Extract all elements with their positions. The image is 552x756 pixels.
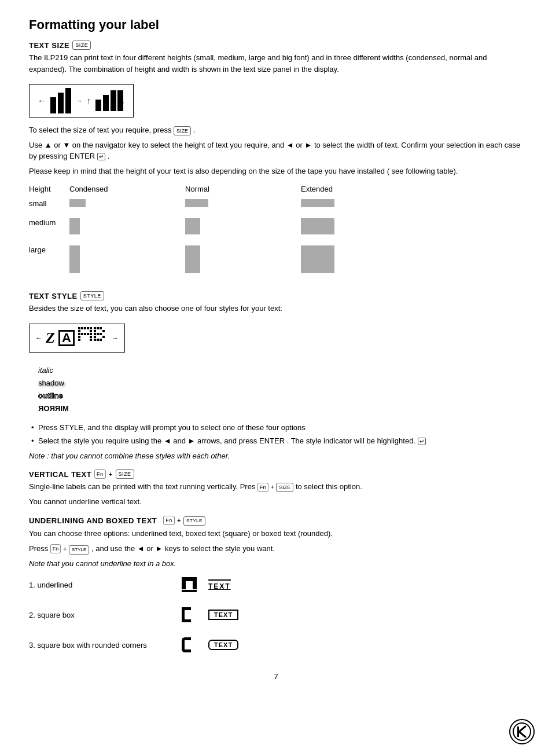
text-rounded-box: TEXT bbox=[208, 640, 238, 650]
svg-rect-35 bbox=[182, 619, 191, 622]
example-row-3: 3. square box with rounded corners TEXT bbox=[29, 635, 523, 655]
svg-rect-24 bbox=[94, 336, 96, 338]
svg-rect-28 bbox=[100, 339, 102, 341]
style-dots-svg bbox=[78, 327, 108, 346]
col-normal: Normal bbox=[185, 185, 301, 197]
vertical-size-key-inline: SIZE bbox=[276, 483, 293, 492]
text-size-para3: Use ▲ or ▼ on the navigator key to selec… bbox=[29, 140, 523, 162]
example-label-1: 1. underlined bbox=[29, 581, 179, 589]
large-normal bbox=[185, 243, 301, 282]
table-row: medium bbox=[29, 216, 523, 243]
vertical-size-key: SIZE bbox=[116, 469, 134, 479]
text-styles-list: italic shadow outline MIRROR bbox=[38, 364, 523, 415]
svg-rect-15 bbox=[90, 339, 92, 341]
row-label-small: small bbox=[29, 197, 69, 216]
brand-logo bbox=[509, 719, 535, 744]
text-underlined: TEXT bbox=[208, 579, 231, 590]
text-style-section: TEXT STYLE STYLE Besides the size of tex… bbox=[29, 291, 523, 461]
svg-rect-0 bbox=[78, 327, 80, 329]
style-shadow: shadow bbox=[38, 377, 523, 390]
enter-key-icon2: ↵ bbox=[418, 438, 426, 445]
style-italic-char: Z bbox=[46, 329, 55, 347]
vertical-text-para1: Single-line labels can be printed with t… bbox=[29, 481, 523, 493]
svg-rect-30 bbox=[182, 581, 186, 589]
example-visual-1: TEXT bbox=[179, 575, 231, 594]
underlining-heading: UNDERLINING AND BOXED TEXT Fn + STYLE bbox=[29, 515, 205, 526]
bars-left bbox=[50, 88, 71, 113]
example-label-3: 3. square box with rounded corners bbox=[29, 641, 179, 649]
underlining-note: Note that you cannot underline text in a… bbox=[29, 558, 523, 570]
style-box-char: A bbox=[58, 330, 75, 346]
arrow-left: ← bbox=[38, 96, 46, 105]
small-extended bbox=[301, 197, 523, 216]
square-box-icon-svg bbox=[179, 605, 199, 625]
style-outline-char bbox=[78, 327, 108, 349]
medium-normal bbox=[185, 216, 301, 243]
underline-style-key: STYLE bbox=[183, 516, 205, 526]
svg-rect-11 bbox=[90, 333, 92, 335]
svg-rect-29 bbox=[182, 577, 197, 581]
vertical-text-section: VERTICAL TEXT Fn + SIZE Single-line labe… bbox=[29, 469, 523, 507]
style-outline: outline bbox=[38, 390, 523, 402]
size-table: Height Condensed Normal Extended small bbox=[29, 185, 523, 282]
text-style-para1: Besides the size of text, you can also c… bbox=[29, 303, 523, 314]
medium-condensed bbox=[69, 216, 185, 243]
up-arrow: ↑ bbox=[87, 96, 91, 105]
enter-key-icon: ↵ bbox=[97, 153, 105, 160]
style-panel: ← Z A bbox=[29, 324, 125, 353]
col-extended: Extended bbox=[301, 185, 523, 197]
size-key-badge: SIZE bbox=[72, 41, 91, 50]
large-condensed bbox=[69, 243, 185, 282]
svg-rect-6 bbox=[90, 330, 92, 332]
vertical-fn-key-inline: Fn bbox=[257, 483, 268, 492]
vertical-fn-key: Fn bbox=[94, 469, 106, 479]
underlining-para2: Press Fn + STYLE , and use the ◄ or ► ke… bbox=[29, 543, 523, 555]
svg-rect-31 bbox=[193, 581, 197, 589]
underline-style-key-inline: STYLE bbox=[69, 545, 89, 555]
row-label-large: large bbox=[29, 243, 69, 282]
svg-rect-13 bbox=[90, 336, 92, 338]
svg-rect-27 bbox=[97, 339, 99, 341]
bullet-item: Select the style you require using the ◄… bbox=[29, 435, 523, 447]
example-visual-2: TEXT bbox=[179, 605, 238, 625]
svg-rect-12 bbox=[78, 336, 80, 338]
svg-rect-7 bbox=[78, 333, 80, 335]
vertical-text-para2: You cannot underline vertical text. bbox=[29, 496, 523, 508]
svg-rect-5 bbox=[78, 330, 80, 332]
text-size-section: TEXT SIZE SIZE The ILP219 can print text… bbox=[29, 41, 523, 282]
svg-point-36 bbox=[513, 723, 531, 740]
text-size-heading: TEXT SIZE SIZE bbox=[29, 41, 91, 50]
bullet-item: Press STYLE, and the display will prompt… bbox=[29, 422, 523, 434]
underlining-section: UNDERLINING AND BOXED TEXT Fn + STYLE Yo… bbox=[29, 515, 523, 655]
svg-rect-9 bbox=[84, 333, 86, 335]
svg-rect-25 bbox=[102, 336, 105, 338]
page-title: Formatting your label bbox=[29, 17, 523, 32]
svg-rect-1 bbox=[81, 327, 83, 329]
style-note: Note : that you cannot combine these sty… bbox=[29, 450, 523, 462]
svg-line-38 bbox=[519, 726, 525, 732]
underlining-para1: You can choose three options: underlined… bbox=[29, 528, 523, 540]
underline-fn-key: Fn bbox=[163, 516, 175, 525]
svg-rect-20 bbox=[102, 330, 105, 332]
rounded-box-icon-svg bbox=[179, 635, 199, 655]
logo-svg bbox=[513, 722, 531, 741]
col-height: Height bbox=[29, 185, 69, 197]
style-italic: italic bbox=[38, 364, 523, 377]
size-key-inline: SIZE bbox=[174, 126, 191, 135]
example-row-2: 2. square box TEXT bbox=[29, 605, 523, 625]
svg-rect-3 bbox=[87, 327, 89, 329]
svg-rect-8 bbox=[81, 333, 83, 335]
col-condensed: Condensed bbox=[69, 185, 185, 197]
row-label-medium: medium bbox=[29, 216, 69, 243]
svg-rect-17 bbox=[97, 327, 99, 329]
style-arrow-left: ← bbox=[35, 334, 42, 342]
svg-rect-2 bbox=[84, 327, 86, 329]
example-row-1: 1. underlined TEXT bbox=[29, 575, 523, 594]
svg-rect-21 bbox=[94, 333, 96, 335]
svg-rect-16 bbox=[94, 327, 96, 329]
size-panel: ← → ↑ ↓ bbox=[29, 84, 134, 118]
underline-fn-key-inline: Fn bbox=[50, 544, 61, 553]
example-label-2: 2. square box bbox=[29, 611, 179, 619]
vertical-text-heading: VERTICAL TEXT Fn + SIZE bbox=[29, 469, 134, 479]
text-size-para4: Please keep in mind that the height of y… bbox=[29, 166, 523, 177]
